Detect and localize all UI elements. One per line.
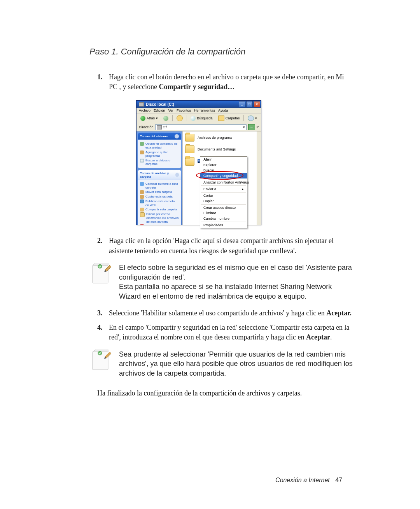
ctx-prop[interactable]: Propiedades xyxy=(200,222,247,228)
task-move[interactable]: Mover esta carpeta xyxy=(140,190,179,194)
menubar: Archivo Edición Ver Favoritos Herramient… xyxy=(136,108,261,114)
menu-archivo[interactable]: Archivo xyxy=(139,108,150,112)
views-icon xyxy=(248,115,254,121)
ctx-cortar[interactable]: Cortar xyxy=(200,193,247,198)
file-tasks-header[interactable]: Tareas de archivo y carpeta xyxy=(138,170,181,180)
note-2-text: Sea prudente al seleccionar 'Permitir qu… xyxy=(119,350,354,378)
folder-archivos-programa[interactable]: Archivos de programa xyxy=(185,134,259,142)
step-3: 3. Seleccione 'Habilitar solamente el us… xyxy=(97,308,354,318)
task-delete[interactable]: Eliminar esta carpeta xyxy=(140,224,179,225)
close-button[interactable]: × xyxy=(254,101,260,107)
forward-button[interactable] xyxy=(162,115,170,121)
folder-icon xyxy=(185,158,194,166)
step-1: 1. Haga clic con el botón derecho en el … xyxy=(97,72,354,92)
go-label: Ir xyxy=(257,125,259,129)
menu-ver[interactable]: Ver xyxy=(168,108,174,112)
step-2-text: Haga clic en la opción 'Haga clic aquí s… xyxy=(109,236,354,255)
ctx-acceso[interactable]: Crear acceso directo xyxy=(200,205,247,210)
folder-icon xyxy=(185,145,194,153)
menu-ayuda[interactable]: Ayuda xyxy=(218,108,228,112)
window-titlebar: Disco local (C:) _ □ × xyxy=(136,101,261,108)
folders-button[interactable]: Carpetas xyxy=(217,115,242,121)
ctx-copiar[interactable]: Copiar xyxy=(200,198,247,204)
chevron-icon xyxy=(175,173,179,177)
toolbar: Atrás ▾ Búsqueda Carpetas ▾ xyxy=(136,114,261,123)
step-3-num: 3. xyxy=(97,308,109,318)
task-copy[interactable]: Copiar esta carpeta xyxy=(140,195,179,199)
task-search[interactable]: Buscar archivos o carpetas xyxy=(140,159,179,166)
footer-section: Conexión a Internet xyxy=(275,477,330,483)
step-2-num: 2. xyxy=(97,236,109,255)
step-3-bold: Aceptar. xyxy=(326,309,352,317)
scrollbar[interactable] xyxy=(257,131,261,225)
address-value: C:\ xyxy=(163,125,168,129)
step-4-num: 4. xyxy=(97,323,109,342)
up-icon xyxy=(177,115,183,121)
search-icon xyxy=(191,116,196,121)
tasks-pane: Tareas del sistema Ocultar el contenido … xyxy=(136,131,182,225)
ctx-eliminar[interactable]: Eliminar xyxy=(200,210,247,216)
go-button[interactable]: → xyxy=(248,124,255,130)
maximize-button[interactable]: □ xyxy=(246,101,253,107)
task-publish[interactable]: Publicar esta carpeta en Web xyxy=(140,199,179,207)
forward-icon xyxy=(163,116,168,121)
back-button[interactable]: Atrás ▾ xyxy=(139,115,159,121)
ctx-compartir[interactable]: Compartir y seguridad... xyxy=(200,173,247,178)
back-icon xyxy=(140,116,145,121)
step-4-bold: Aceptar xyxy=(306,333,330,341)
explorer-window: Disco local (C:) _ □ × Archivo Edición V… xyxy=(136,100,261,225)
menu-favoritos[interactable]: Favoritos xyxy=(177,108,191,112)
window-title: Disco local (C:) xyxy=(146,102,174,107)
address-input[interactable]: C:\ ▾ xyxy=(155,124,247,130)
address-label: Dirección xyxy=(139,125,154,129)
menu-herramientas[interactable]: Herramientas xyxy=(194,108,215,112)
note-1: El efecto sobre la seguridad es el mismo… xyxy=(92,263,354,301)
drive-icon xyxy=(139,102,144,107)
address-drive-icon xyxy=(157,125,162,129)
task-share[interactable]: Compartir esta carpeta xyxy=(140,208,179,212)
step-heading: Paso 1. Configuración de la compartición xyxy=(89,47,354,57)
chevron-icon xyxy=(175,134,179,138)
search-button[interactable]: Búsqueda xyxy=(189,115,214,121)
folder-icon xyxy=(185,134,194,142)
ctx-analizar[interactable]: Analizar con Norton AntiVirus xyxy=(200,180,247,185)
folder-view: Archivos de programa Documents and Setti… xyxy=(182,131,261,225)
views-button[interactable]: ▾ xyxy=(246,115,259,121)
step-3-text: Seleccione 'Habilitar solamente el uso c… xyxy=(109,309,326,317)
step-2: 2. Haga clic en la opción 'Haga clic aqu… xyxy=(97,236,354,255)
task-add-remove[interactable]: Agregar o quitar programas xyxy=(140,150,179,158)
closing-text: Ha finalizado la configuración de la com… xyxy=(97,389,354,397)
folder-documents-settings[interactable]: Documents and Settings xyxy=(185,145,259,153)
folders-icon xyxy=(218,115,224,121)
ctx-explorar[interactable]: Explorar xyxy=(200,162,247,168)
task-email[interactable]: Enviar por correo electrónico los archiv… xyxy=(140,212,179,224)
footer-page: 47 xyxy=(335,477,342,483)
note-icon xyxy=(92,350,111,371)
ctx-buscar[interactable]: Buscar... xyxy=(200,168,247,173)
address-bar: Dirección C:\ ▾ → Ir xyxy=(136,123,261,131)
task-hide-contents[interactable]: Ocultar el contenido de esta unidad xyxy=(140,142,179,149)
step-1-bold: Compartir y seguridad… xyxy=(159,83,234,91)
up-button[interactable] xyxy=(175,115,184,122)
page-footer: Conexión a Internet 47 xyxy=(275,477,342,484)
system-tasks-header[interactable]: Tareas del sistema xyxy=(138,133,181,140)
step-4: 4. En el campo 'Compartir y seguridad en… xyxy=(97,323,354,342)
step-1-num: 1. xyxy=(97,72,109,92)
ctx-nombre[interactable]: Cambiar nombre xyxy=(200,216,247,221)
task-rename[interactable]: Cambiar nombre a esta carpeta xyxy=(140,182,179,189)
context-menu: Abrir Explorar Buscar... Compartir y seg… xyxy=(200,156,247,228)
note-2: Sea prudente al seleccionar 'Permitir qu… xyxy=(92,350,354,378)
note-1-text: El efecto sobre la seguridad es el mismo… xyxy=(119,263,354,301)
ctx-enviar[interactable]: Enviar a▸ xyxy=(200,186,247,192)
note-icon xyxy=(92,263,111,284)
menu-edicion[interactable]: Edición xyxy=(154,108,165,112)
minimize-button[interactable]: _ xyxy=(239,101,245,107)
ctx-abrir[interactable]: Abrir xyxy=(200,157,247,162)
